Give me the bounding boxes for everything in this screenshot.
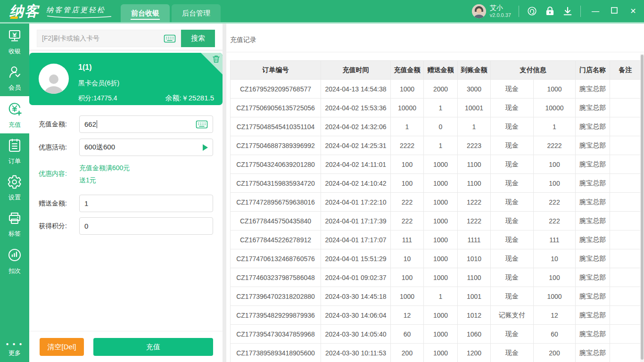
- record-cell: [610, 287, 641, 306]
- record-row: CZ17739647023182028802024-03-30 14:45:18…: [231, 287, 641, 306]
- record-cell: 200: [534, 344, 576, 362]
- sidebar-item-cashier[interactable]: 收银: [0, 24, 29, 60]
- record-cell: 现金: [491, 344, 534, 362]
- record-cell: 10000: [391, 99, 424, 117]
- recharge-button[interactable]: 充值: [93, 338, 213, 356]
- col-remark: 备注: [610, 61, 641, 80]
- points-gain-input[interactable]: 0: [79, 217, 213, 235]
- record-cell: 腕宝总部: [576, 193, 610, 212]
- slogan-underline: [46, 15, 112, 19]
- record-cell: [610, 212, 641, 230]
- record-cell: 现金: [491, 99, 534, 117]
- record-cell: 100: [534, 155, 576, 174]
- app-window: 纳客 纳客管店更轻松 前台收银 后台管理 艾小 v2.0.0.37: [0, 0, 644, 362]
- download-icon[interactable]: [562, 6, 573, 16]
- sidebar-label: 收银: [8, 47, 21, 56]
- points-gain-label: 获得积分:: [39, 222, 67, 230]
- minimize-button[interactable]: —: [591, 7, 600, 16]
- sidebar-item-deduct[interactable]: 扣次: [0, 242, 29, 280]
- text-cursor: [97, 120, 97, 128]
- promo-content-label: 优惠内容:: [39, 170, 67, 178]
- section-divider: [29, 49, 223, 51]
- records-table: 订单编号 充值时间 充值金额 赠送金额 到账金额 支付信息 门店名称 备注 CZ…: [230, 60, 641, 362]
- record-cell: 现金: [491, 212, 534, 230]
- clear-button[interactable]: 清空[Del]: [40, 338, 84, 356]
- promo-activity-select[interactable]: 600送600: [79, 139, 213, 156]
- record-cell: CZ16778445226278912: [231, 230, 321, 249]
- record-cell: 2024-03-30 14:06:04: [321, 306, 391, 325]
- customer-service-icon[interactable]: [527, 6, 537, 16]
- record-cell: 现金: [491, 249, 534, 268]
- record-cell: 现金: [491, 287, 534, 306]
- keyboard-icon[interactable]: [196, 120, 208, 129]
- record-cell: 0: [424, 117, 458, 136]
- record-cell: [610, 306, 641, 325]
- sidebar-item-label[interactable]: 标签: [0, 206, 29, 242]
- record-cell: 1000: [424, 325, 458, 344]
- keyboard-icon[interactable]: [164, 34, 176, 43]
- record-cell: 2024-03-30 14:45:18: [321, 287, 391, 306]
- member-avatar: [39, 64, 69, 94]
- sidebar-item-orders[interactable]: 订单: [0, 133, 29, 170]
- record-cell: 222: [391, 193, 424, 212]
- record-cell: 1000: [424, 155, 458, 174]
- record-row: CZ17750468873893969922024-04-02 14:25:31…: [231, 136, 641, 155]
- topbar: 纳客 纳客管店更轻松 前台收银 后台管理 艾小 v2.0.0.37: [0, 0, 644, 22]
- record-row: CZ17747289567596380162024-04-01 17:22:10…: [231, 193, 641, 212]
- record-cell: 1222: [458, 193, 491, 212]
- sidebar-item-settings[interactable]: 设置: [0, 170, 29, 206]
- record-cell: 2024-04-01 15:51:29: [321, 249, 391, 268]
- record-cell: 现金: [491, 117, 534, 136]
- record-cell: 1: [424, 287, 458, 306]
- recharge-amount-value: 662: [84, 120, 96, 128]
- record-cell: 2024-04-02 14:25:31: [321, 136, 391, 155]
- sidebar-item-more[interactable]: ● ● ● 更多: [0, 342, 29, 362]
- card-search-input[interactable]: [F2]刷卡或输入卡号: [37, 30, 181, 47]
- record-cell: 腕宝总部: [576, 174, 610, 193]
- record-cell: 1000: [424, 268, 458, 287]
- expand-arrow-icon[interactable]: [203, 144, 208, 151]
- sidebar: 收银 会员 充值 订单 设置: [0, 24, 29, 362]
- search-button[interactable]: 搜索: [181, 30, 215, 47]
- sidebar-item-recharge[interactable]: 充值: [0, 96, 29, 133]
- member-balance: 余额:￥25281.5: [165, 94, 214, 103]
- record-row: CZ17750431598359347202024-04-02 14:10:42…: [231, 174, 641, 193]
- col-store-name: 门店名称: [576, 61, 610, 80]
- record-cell: 100: [391, 174, 424, 193]
- record-cell: 腕宝总部: [576, 99, 610, 117]
- search-placeholder: [F2]刷卡或输入卡号: [42, 34, 164, 43]
- record-cell: 1200: [458, 344, 491, 362]
- record-cell: 1000: [391, 287, 424, 306]
- member-icon: [7, 65, 22, 82]
- record-cell: 1111: [458, 230, 491, 249]
- label-printer-icon: [7, 211, 22, 228]
- record-cell: CZ1775069056135725056: [231, 99, 321, 117]
- remove-member-icon[interactable]: [212, 55, 220, 65]
- col-arrival-amount: 到账金额: [458, 61, 491, 80]
- record-row: CZ167952920957685772024-04-13 14:54:3810…: [231, 80, 641, 99]
- record-cell: 现金: [491, 174, 534, 193]
- cashier-icon: [7, 28, 22, 45]
- sidebar-label: 充值: [8, 121, 21, 129]
- recharge-amount-input[interactable]: 662: [79, 115, 213, 133]
- member-level: 黑卡会员(6折): [78, 79, 119, 88]
- tab-backend-manage[interactable]: 后台管理: [172, 4, 221, 22]
- sidebar-item-member[interactable]: 会员: [0, 60, 29, 96]
- tab-front-cashier[interactable]: 前台收银: [121, 4, 170, 22]
- points-gain-value: 0: [84, 222, 88, 230]
- gift-amount-input[interactable]: 1: [79, 195, 213, 212]
- record-cell: 100: [391, 155, 424, 174]
- record-cell: 腕宝总部: [576, 344, 610, 362]
- maximize-button[interactable]: [610, 7, 619, 16]
- gift-amount-label: 赠送金额:: [39, 199, 67, 208]
- topbar-right: 艾小 v2.0.0.37 — ✕: [472, 4, 644, 18]
- window-controls: — ✕: [591, 7, 637, 16]
- close-button[interactable]: ✕: [629, 7, 637, 16]
- lock-icon[interactable]: [545, 6, 555, 16]
- table-scrollbar[interactable]: [640, 54, 644, 362]
- scrollbar-thumb[interactable]: [641, 55, 644, 360]
- record-cell: 现金: [491, 80, 534, 99]
- record-cell: 现金: [491, 155, 534, 174]
- record-cell: 2024-04-13 14:54:38: [321, 80, 391, 99]
- user-chip[interactable]: 艾小 v2.0.0.37: [472, 4, 511, 18]
